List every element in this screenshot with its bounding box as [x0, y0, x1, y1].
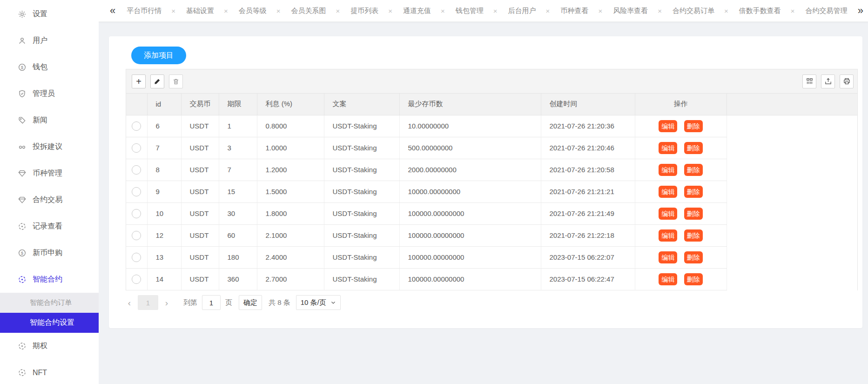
- sidebar-item-contract-trade[interactable]: 合约交易: [0, 187, 99, 213]
- next-page-icon[interactable]: ›: [163, 298, 170, 307]
- delete-row-button[interactable]: [169, 74, 183, 88]
- row-radio[interactable]: [132, 143, 141, 153]
- edit-button[interactable]: 编辑: [659, 142, 677, 154]
- delete-button[interactable]: 删除: [684, 120, 703, 132]
- tab[interactable]: 合约交易订单 ×: [673, 7, 728, 15]
- cell-created: 2021-07-26 21:20:58: [541, 159, 635, 181]
- filter-columns-button[interactable]: [802, 74, 816, 88]
- tab[interactable]: 通道充值 ×: [403, 7, 445, 15]
- add-project-button[interactable]: 添加项目: [131, 47, 186, 64]
- delete-button[interactable]: 删除: [684, 273, 703, 285]
- cell-id: 14: [147, 268, 181, 290]
- cell-term: 360: [219, 268, 257, 290]
- edit-button[interactable]: 编辑: [659, 208, 677, 220]
- dollar-circle-icon: $: [17, 63, 27, 72]
- sidebar-item-feedback[interactable]: 投拆建议: [0, 134, 99, 160]
- tab-close-icon[interactable]: ×: [546, 7, 550, 15]
- tab-close-icon[interactable]: ×: [791, 7, 795, 15]
- cell-coin: USDT: [181, 246, 219, 268]
- sidebar-item-smart-contract[interactable]: 智能合约: [0, 266, 99, 293]
- row-radio[interactable]: [132, 231, 141, 240]
- delete-button[interactable]: 删除: [684, 186, 703, 198]
- sidebar-item-wallet[interactable]: $ 钱包: [0, 54, 99, 81]
- target-icon: [17, 342, 27, 351]
- cell-coin: USDT: [181, 115, 219, 137]
- tab[interactable]: 钱包管理 ×: [456, 7, 498, 15]
- cell-rate: 1.8000: [257, 202, 324, 224]
- edit-button[interactable]: 编辑: [659, 120, 677, 132]
- cell-text: USDT-Staking: [324, 224, 399, 246]
- tab[interactable]: 风险率查看 ×: [613, 7, 662, 15]
- tab-close-icon[interactable]: ×: [388, 7, 392, 15]
- delete-button[interactable]: 删除: [684, 251, 703, 263]
- edit-button[interactable]: 编辑: [659, 251, 677, 263]
- tab-close-icon[interactable]: ×: [598, 7, 602, 15]
- tab-close-icon[interactable]: ×: [224, 7, 228, 15]
- tab[interactable]: 会员关系图 ×: [291, 7, 340, 15]
- confirm-page-button[interactable]: 确定: [239, 295, 262, 310]
- prev-page-icon[interactable]: ‹: [126, 298, 133, 307]
- cell-id: 10: [147, 202, 181, 224]
- tab[interactable]: 提币列表 ×: [350, 7, 392, 15]
- sidebar-subitem-label: 智能合约设置: [30, 318, 74, 328]
- sidebar-item-label: 设置: [33, 9, 47, 19]
- cell-text: USDT-Staking: [324, 137, 399, 159]
- row-radio[interactable]: [132, 209, 141, 218]
- tabs-scroll-right-icon[interactable]: »: [858, 6, 863, 16]
- delete-button[interactable]: 删除: [684, 142, 703, 154]
- export-button[interactable]: [821, 74, 835, 88]
- cell-rate: 2.7000: [257, 268, 324, 290]
- edit-button[interactable]: 编辑: [659, 164, 677, 176]
- goto-page-input[interactable]: [202, 295, 221, 310]
- table-toolbar: +: [126, 69, 857, 94]
- sidebar-item-options[interactable]: 期权: [0, 333, 99, 359]
- delete-button[interactable]: 删除: [684, 229, 703, 242]
- tab[interactable]: 平台币行情 ×: [127, 7, 175, 15]
- delete-button[interactable]: 删除: [684, 164, 703, 176]
- print-button[interactable]: [840, 74, 854, 88]
- tab[interactable]: 后台用户 ×: [508, 7, 550, 15]
- tab-close-icon[interactable]: ×: [441, 7, 445, 15]
- current-page[interactable]: 1: [138, 295, 158, 310]
- delete-button[interactable]: 删除: [684, 208, 703, 220]
- sidebar-item-coin-manage[interactable]: 币种管理: [0, 160, 99, 187]
- tab-close-icon[interactable]: ×: [171, 7, 175, 15]
- tab-close-icon[interactable]: ×: [658, 7, 662, 15]
- cell-created: 2021-07-26 21:21:21: [541, 181, 635, 202]
- tab[interactable]: 币种查看 ×: [560, 7, 602, 15]
- sidebar-item-settings[interactable]: 设置: [0, 1, 99, 27]
- edit-button[interactable]: 编辑: [659, 186, 677, 198]
- sidebar-item-admin[interactable]: 管理员: [0, 81, 99, 107]
- tab-label: 风险率查看: [613, 7, 648, 15]
- tab[interactable]: 基础设置 ×: [186, 7, 228, 15]
- tabs-scroll-left-icon[interactable]: «: [110, 6, 115, 16]
- cell-min: 100000.00000000: [399, 268, 541, 290]
- sidebar-item-news[interactable]: 新闻: [0, 107, 99, 134]
- sidebar-item-nft[interactable]: NFT: [0, 359, 99, 384]
- cell-term: 180: [219, 246, 257, 268]
- row-radio[interactable]: [132, 121, 141, 131]
- add-row-button[interactable]: +: [132, 74, 146, 88]
- page-size-select[interactable]: 10 条/页: [296, 295, 341, 310]
- tab[interactable]: 倍数手数查看 ×: [739, 7, 795, 15]
- row-radio[interactable]: [132, 253, 141, 262]
- sidebar-subitem-smart-contract-settings[interactable]: 智能合约设置: [0, 313, 99, 333]
- row-radio[interactable]: [132, 187, 141, 196]
- tab[interactable]: 会员等级 ×: [239, 7, 281, 15]
- tab-close-icon[interactable]: ×: [493, 7, 498, 15]
- tab-close-icon[interactable]: ×: [276, 7, 281, 15]
- edit-button[interactable]: 编辑: [659, 229, 677, 242]
- edit-button[interactable]: 编辑: [659, 273, 677, 285]
- edit-row-button[interactable]: [150, 74, 164, 88]
- row-radio[interactable]: [132, 165, 141, 175]
- cell-id: 8: [147, 159, 181, 181]
- cell-created: 2023-07-15 06:22:47: [541, 268, 635, 290]
- sidebar-item-new-coin[interactable]: $ 新币申购: [0, 240, 99, 266]
- sidebar-subitem-smart-contract-orders[interactable]: 智能合约订单: [0, 293, 99, 313]
- tab[interactable]: 合约交易管理 ×: [805, 7, 855, 15]
- row-radio[interactable]: [132, 275, 141, 284]
- tab-close-icon[interactable]: ×: [336, 7, 340, 15]
- sidebar-item-users[interactable]: 用户: [0, 27, 99, 54]
- tab-close-icon[interactable]: ×: [724, 7, 728, 15]
- sidebar-item-records[interactable]: 记录查看: [0, 213, 99, 240]
